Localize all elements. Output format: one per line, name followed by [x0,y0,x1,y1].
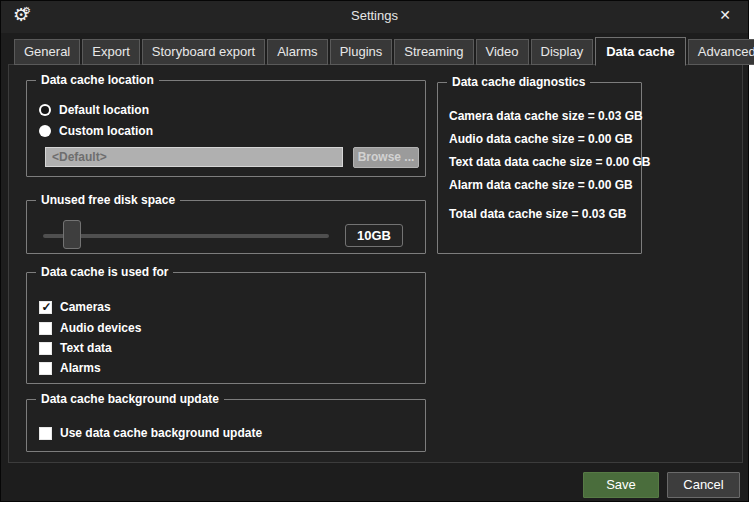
data-cache-used-for-group: Data cache is used for ✓ Cameras Audio d… [26,272,426,384]
cancel-button[interactable]: Cancel [667,472,740,498]
cameras-checkbox[interactable]: ✓ Cameras [39,300,111,314]
radio-unselected-icon[interactable] [39,125,51,137]
alarms-checkbox[interactable]: Alarms [39,361,101,375]
settings-dialog: ⚙⚙ Settings ✕ General Export Storyboard … [0,0,749,502]
group-title: Unused free disk space [36,193,180,207]
tab-export[interactable]: Export [82,39,140,65]
text-data-cache-size: Text data data cache size = 0.00 GB [449,155,635,169]
checkbox-unchecked-icon[interactable] [39,427,52,440]
total-cache-size: Total data cache size = 0.03 GB [449,207,635,221]
disk-space-value: 10GB [345,224,403,247]
data-cache-background-update-group: Data cache background update Use data ca… [26,399,426,452]
title-bar: ⚙⚙ Settings ✕ [1,1,748,33]
group-title: Data cache diagnostics [447,75,590,89]
checkbox-unchecked-icon[interactable] [39,322,52,335]
audio-devices-checkbox[interactable]: Audio devices [39,321,141,335]
group-title: Data cache location [36,73,159,87]
tab-alarms[interactable]: Alarms [267,39,327,65]
camera-cache-size: Camera data cache size = 0.03 GB [449,109,635,123]
data-cache-tab-panel: Data cache location Default location Cus… [8,64,743,463]
tab-advanced[interactable]: Advanced [688,39,754,65]
text-data-checkbox[interactable]: Text data [39,341,112,355]
disk-space-slider-track[interactable] [43,234,329,238]
alarm-cache-size: Alarm data cache size = 0.00 GB [449,178,635,192]
group-title: Data cache background update [36,392,224,406]
close-icon[interactable]: ✕ [716,6,734,24]
disk-space-slider-thumb[interactable] [63,220,81,249]
audio-cache-size: Audio data cache size = 0.00 GB [449,132,635,146]
radio-selected-icon[interactable] [39,104,51,116]
tab-general[interactable]: General [14,39,80,65]
tab-display[interactable]: Display [531,39,594,65]
tab-plugins[interactable]: Plugins [330,39,393,65]
diagnostics-readout: Camera data cache size = 0.03 GB Audio d… [449,109,635,230]
browse-button[interactable]: Browse ... [353,147,419,168]
tab-video[interactable]: Video [476,39,529,65]
tab-strip: General Export Storyboard export Alarms … [14,37,742,65]
data-cache-location-group: Data cache location Default location Cus… [26,80,426,177]
custom-location-path-input[interactable] [45,147,343,167]
tab-streaming[interactable]: Streaming [394,39,473,65]
group-title: Data cache is used for [36,265,173,279]
custom-location-radio[interactable]: Custom location [39,124,153,138]
checkbox-unchecked-icon[interactable] [39,362,52,375]
tab-storyboard-export[interactable]: Storyboard export [142,39,265,65]
data-cache-diagnostics-group: Data cache diagnostics Camera data cache… [437,82,642,254]
default-location-radio[interactable]: Default location [39,103,149,117]
tab-data-cache[interactable]: Data cache [595,37,686,66]
use-background-update-checkbox[interactable]: Use data cache background update [39,426,262,440]
unused-free-disk-space-group: Unused free disk space 10GB [26,200,426,254]
window-title: Settings [1,1,748,33]
checkbox-checked-icon[interactable]: ✓ [39,301,52,314]
save-button[interactable]: Save [583,472,659,498]
checkbox-unchecked-icon[interactable] [39,342,52,355]
